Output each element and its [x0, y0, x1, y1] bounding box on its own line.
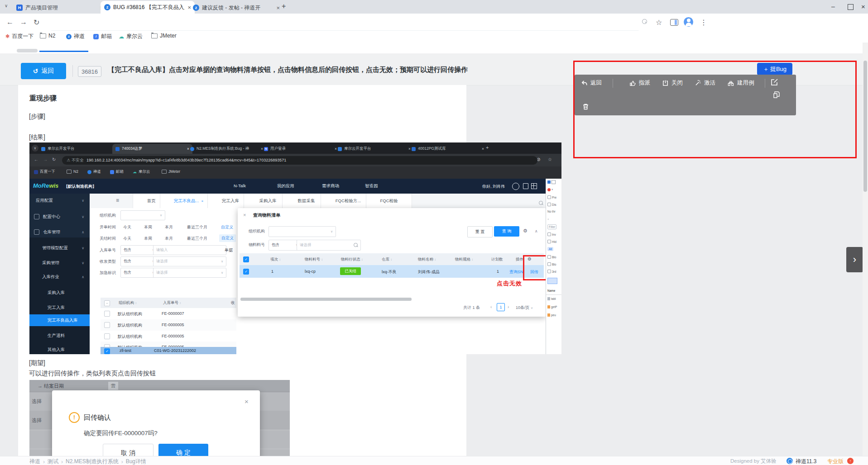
- modal-search-button: 查 询: [494, 226, 519, 237]
- bookmark-zentao[interactable]: z 禅道: [66, 33, 85, 40]
- dialog-cancel-button: 取 消: [103, 444, 153, 456]
- inner-tab: 40012PG测试库×: [408, 144, 487, 154]
- expect-text: 可以进行回传操作，类似列表页点击回传按钮: [29, 370, 156, 378]
- divider: [765, 79, 765, 88]
- modal-title: 查询物料清单: [253, 212, 280, 218]
- breadcrumb-bug-detail: Bug详情: [126, 458, 146, 465]
- inner-tab: 摩尔云开发平台×: [38, 144, 118, 154]
- zentao-icon: z: [66, 34, 72, 39]
- back-button[interactable]: ↺ 返回: [21, 63, 66, 79]
- tab-title: BUG #36816 【完工不良品入库: [113, 4, 185, 11]
- inner-address: ⚠不安全 190.160.2.124:40034/mc/main/myapp?i…: [62, 156, 537, 165]
- inner-tab: N用户登录×: [261, 144, 340, 154]
- inner-tab: 摩尔云开发平台×: [335, 144, 414, 154]
- zoom-icon[interactable]: [642, 19, 647, 25]
- edition-label[interactable]: 专业版: [827, 458, 844, 465]
- bookmark-baidu[interactable]: ✻ 百度一下: [5, 33, 34, 40]
- modal-table-row: ✓ 1 lxq-cp 已关结 lxq-不良 刘肖伟-成品 1 查询SN 回传: [240, 265, 544, 278]
- inner-bookmarks: 百度一下 N2 禅道 邮箱 ☁摩尔云 JMeter: [29, 166, 561, 179]
- mes-grid-icon: [531, 183, 537, 189]
- window-close-button[interactable]: ×: [861, 3, 865, 10]
- inner-tab: N2.MES制造执行系统:Bug - 禅×: [187, 144, 266, 154]
- new-tab-button[interactable]: +: [282, 2, 286, 10]
- tab-title: 建议反馈 - 发帖 - 禅道开: [202, 4, 273, 12]
- active-menu-underline: [39, 51, 88, 52]
- breadcrumb-product[interactable]: N2.MES制造执行系统: [66, 458, 119, 465]
- action-edit-button[interactable]: [770, 78, 778, 86]
- mes-sidebar: 应用配置∨ 配置中心∨ 仓库管理∧ 管理模型配置∨ 采购管理∨ 入库作业∧ 采购…: [29, 194, 90, 354]
- bookmark-molcloud[interactable]: ☁ 摩尔云: [119, 33, 143, 40]
- bookmark-label: 禅道: [74, 33, 85, 40]
- zentao-favicon: z: [104, 4, 110, 10]
- bookmark-label: 摩尔云: [126, 33, 143, 40]
- dialog-title: 回传确认: [84, 413, 111, 422]
- reload-icon[interactable]: ↻: [34, 18, 39, 27]
- bookmark-star-icon[interactable]: ☆: [656, 18, 662, 27]
- dialog-message: 确定要回传FE-0000007吗?: [84, 429, 158, 437]
- bug-id-badge: 36816: [78, 66, 101, 77]
- action-back-button[interactable]: 返回: [581, 79, 602, 87]
- action-delete-button[interactable]: [582, 103, 590, 110]
- browser-tab-strip: ∨ H 产品项目管理 × z BUG #36816 【完工不良品入库 × z 建…: [0, 0, 868, 14]
- inner-star-icon: ☆: [548, 157, 552, 162]
- action-close-button[interactable]: 关闭: [662, 79, 683, 87]
- modal-close-icon: ×: [243, 212, 246, 218]
- designed-by: Designed by 艾体验: [730, 458, 777, 465]
- expect-screenshot-image[interactable]: → 结案日期 营 选择 选择 × ! 回传确认 确定要回传FE-0000007吗…: [29, 380, 290, 456]
- bug-action-toolbar: 返回 指派 关闭 激活 建用例: [575, 75, 796, 115]
- folder-icon: [40, 33, 46, 38]
- side-panel-icon[interactable]: [670, 19, 678, 26]
- power-box-icon: [662, 80, 669, 86]
- assign-hand-icon: [629, 80, 636, 86]
- pagination-page: 1: [497, 303, 505, 311]
- bookmark-label: 百度一下: [12, 33, 34, 40]
- status-badge: 已关结: [340, 267, 361, 275]
- bookmark-label: JMeter: [160, 33, 177, 39]
- modal-collapse-icon: ∧: [535, 229, 538, 233]
- bookmark-label: 邮箱: [101, 33, 112, 40]
- tab-close-icon[interactable]: ×: [276, 5, 280, 11]
- menu-kebab-icon[interactable]: ⋮: [700, 18, 707, 27]
- footer-bar: 禅道 › 测试 › N2.MES制造执行系统 › Bug详情 Designed …: [0, 456, 868, 465]
- plus-icon: ＋: [763, 65, 769, 73]
- mes-menu-item: 需求商场: [322, 183, 339, 189]
- browser-tab-3[interactable]: z 建议反馈 - 发帖 - 禅道开 ×: [189, 2, 283, 14]
- action-assign-button[interactable]: 指派: [629, 79, 650, 87]
- mes-logo: MoRe: [33, 182, 49, 189]
- window-maximize-button[interactable]: [848, 4, 854, 10]
- inner-tab-active: 740034达梦×: [112, 144, 192, 154]
- bookmark-folder-n2[interactable]: N2: [40, 33, 55, 39]
- tab-title: 产品项目管理: [25, 4, 97, 12]
- forward-icon[interactable]: →: [20, 18, 27, 26]
- browser-tab-2-active[interactable]: z BUG #36816 【完工不良品入库 ×: [101, 1, 195, 14]
- bookmark-mail[interactable]: / 邮箱: [93, 33, 112, 40]
- breadcrumb-test[interactable]: 测试: [48, 458, 58, 465]
- nav-remnant-pill: [17, 49, 38, 52]
- annotation-text: 点击无效: [497, 280, 522, 288]
- inner-new-tab: +: [486, 145, 489, 150]
- result-screenshot-image[interactable]: ∨ 摩尔云开发平台× 740034达梦× N2.MES制造执行系统:Bug - …: [29, 142, 561, 354]
- steps-label: [步骤]: [29, 113, 45, 121]
- version-label[interactable]: 禅道11.3: [796, 458, 816, 465]
- mes-tab-bar: ≡ 首页 完工不良品...× 完工入库 采购入库 数据采集 FQC检验方... …: [90, 194, 561, 209]
- new-bug-button[interactable]: ＋ 提Bug: [757, 63, 792, 75]
- zentao-globe-icon: [786, 458, 793, 464]
- divider: [72, 65, 73, 77]
- tab-search-chevron[interactable]: ∨: [5, 3, 8, 8]
- inner-tab-chevron: ∨: [32, 145, 38, 152]
- sitemap-icon: [727, 80, 734, 86]
- action-copy-button[interactable]: [772, 91, 780, 99]
- window-minimize-button[interactable]: –: [831, 3, 835, 10]
- breadcrumb-zentao[interactable]: 禅道: [29, 458, 40, 465]
- bookmark-folder-jmeter[interactable]: JMeter: [151, 33, 177, 39]
- profile-avatar[interactable]: [684, 17, 693, 27]
- action-activate-button[interactable]: 激活: [695, 79, 715, 87]
- magic-wand-icon: [695, 80, 701, 86]
- browser-tab-1[interactable]: H 产品项目管理 ×: [13, 2, 107, 14]
- action-create-case-button[interactable]: 建用例: [727, 79, 754, 87]
- edit-icon: [770, 78, 778, 86]
- expand-panel-button[interactable]: ›: [846, 247, 863, 272]
- back-icon[interactable]: ←: [6, 18, 14, 26]
- page-scrollbar-thumb[interactable]: [863, 61, 867, 192]
- upgrade-icon[interactable]: ↑: [847, 458, 854, 464]
